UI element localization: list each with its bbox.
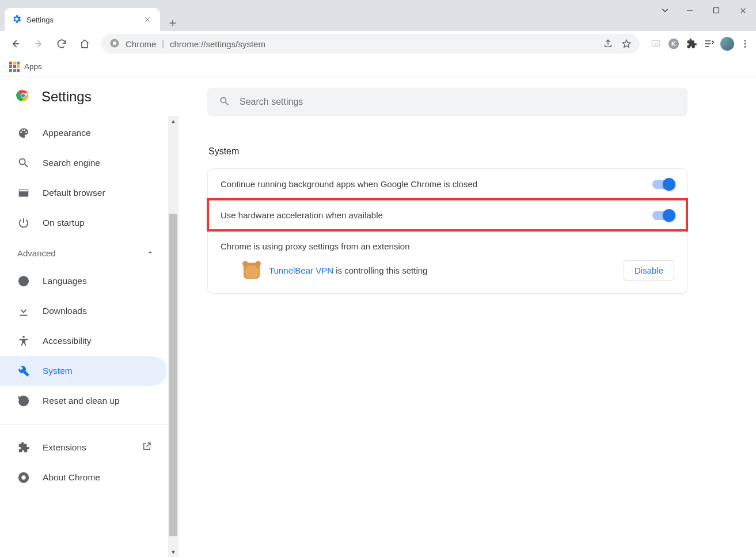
search-icon — [17, 157, 30, 169]
omnibox-url: chrome://settings/system — [170, 39, 265, 49]
power-icon — [17, 217, 30, 229]
bookmark-apps[interactable]: Apps — [24, 62, 42, 71]
main-content: System Continue running background apps … — [178, 77, 756, 557]
window-controls — [677, 0, 756, 21]
toggle-hardware-acceleration[interactable] — [652, 211, 674, 220]
download-icon — [17, 305, 30, 317]
svg-text:K: K — [671, 40, 676, 47]
nav-label: Accessibility — [43, 336, 91, 346]
svg-point-7 — [744, 43, 746, 45]
row-proxy: Chrome is using proxy settings from an e… — [208, 230, 687, 293]
tab-title: Settings — [26, 16, 138, 24]
sidebar-item-languages[interactable]: Languages — [0, 266, 167, 296]
close-window-button[interactable] — [730, 0, 756, 21]
sidebar-item-accessibility[interactable]: Accessibility — [0, 326, 167, 356]
scroll-up-icon[interactable]: ▲ — [168, 116, 178, 126]
tab-settings[interactable]: Settings — [5, 8, 160, 31]
restore-icon — [17, 395, 30, 407]
svg-point-6 — [744, 40, 746, 41]
svg-point-13 — [22, 336, 25, 338]
apps-grid-icon[interactable] — [9, 62, 20, 72]
nav-label: Reset and clean up — [43, 396, 120, 406]
svg-rect-0 — [714, 8, 719, 13]
row-background-apps[interactable]: Continue running background apps when Go… — [208, 169, 687, 199]
proxy-suffix: is controlling this setting — [333, 266, 427, 275]
tunnelbear-icon — [244, 263, 260, 279]
search-input[interactable] — [240, 97, 676, 107]
sidebar-item-search-engine[interactable]: Search engine — [0, 148, 167, 178]
profile-avatar[interactable] — [720, 37, 734, 51]
reload-button[interactable] — [52, 34, 71, 54]
chrome-icon — [109, 38, 120, 50]
k-extension-icon[interactable]: K — [667, 37, 680, 50]
search-icon — [219, 96, 230, 109]
chrome-logo-icon — [15, 88, 31, 105]
row-label: Continue running background apps when Go… — [221, 179, 644, 189]
reading-list-icon[interactable] — [703, 38, 715, 50]
svg-point-15 — [21, 475, 25, 479]
svg-point-2 — [113, 41, 116, 44]
sidebar-item-about[interactable]: About Chrome — [0, 463, 167, 492]
sidebar-advanced-toggle[interactable]: Advanced — [0, 238, 178, 266]
menu-icon[interactable] — [740, 39, 750, 49]
disable-button[interactable]: Disable — [624, 260, 674, 281]
sidebar-item-default-browser[interactable]: Default browser — [0, 178, 167, 208]
extensions-icon[interactable] — [686, 38, 697, 50]
globe-icon — [17, 275, 30, 287]
nav-label: Downloads — [43, 306, 87, 316]
proxy-extension-link[interactable]: TunnelBear VPN — [269, 266, 333, 275]
home-button[interactable] — [75, 34, 94, 54]
puzzle-icon — [17, 441, 30, 454]
sidebar-scroll[interactable]: Appearance Search engine Default browser… — [0, 116, 178, 557]
palette-icon — [17, 127, 30, 139]
tabstrip: Settings — [0, 0, 654, 31]
sidebar-item-downloads[interactable]: Downloads — [0, 296, 167, 326]
sidebar-item-system[interactable]: System — [0, 356, 167, 386]
nav-label: Languages — [43, 276, 87, 286]
omnibox-separator: | — [162, 39, 164, 48]
sidebar-scrollbar[interactable]: ▲ ▼ — [168, 116, 178, 557]
omnibox[interactable]: Chrome | chrome://settings/system — [101, 34, 640, 54]
sidebar-header: Settings — [0, 77, 178, 116]
minimize-button[interactable] — [677, 0, 703, 21]
bookmarks-bar: Apps — [0, 56, 756, 77]
titlebar: Settings — [0, 0, 756, 31]
gear-icon — [12, 14, 22, 26]
settings-search[interactable] — [207, 88, 687, 116]
sidebar-item-appearance[interactable]: Appearance — [0, 118, 167, 148]
nav-label: Search engine — [43, 158, 100, 168]
svg-point-8 — [744, 46, 746, 48]
scrollbar-thumb[interactable] — [169, 214, 177, 536]
close-icon[interactable] — [143, 15, 152, 24]
star-icon[interactable] — [621, 39, 632, 49]
nav-label: Appearance — [43, 128, 91, 138]
forward-button[interactable] — [29, 34, 48, 54]
share-icon[interactable] — [603, 39, 613, 49]
sidebar-item-extensions[interactable]: Extensions — [0, 433, 178, 463]
scroll-down-icon[interactable]: ▼ — [168, 547, 178, 557]
toolbar: Chrome | chrome://settings/system K — [0, 31, 756, 56]
toggle-background-apps[interactable] — [652, 180, 674, 189]
sidebar-item-on-startup[interactable]: On startup — [0, 208, 167, 238]
browser-icon — [17, 187, 30, 199]
system-card: Continue running background apps when Go… — [207, 168, 687, 294]
chevron-up-icon — [146, 248, 154, 258]
row-hardware-acceleration[interactable]: Use hardware acceleration when available — [208, 199, 687, 230]
nav-label: Default browser — [43, 188, 105, 198]
sidebar-title: Settings — [41, 89, 92, 105]
nav-label: System — [43, 366, 73, 376]
back-button[interactable] — [6, 34, 25, 54]
content: Settings Appearance Search engine Defaul… — [0, 77, 756, 557]
section-title: System — [208, 146, 721, 157]
nav-label: About Chrome — [43, 472, 100, 483]
maximize-button[interactable] — [703, 0, 730, 21]
sidebar-item-reset[interactable]: Reset and clean up — [0, 386, 167, 416]
accessibility-icon — [17, 335, 30, 347]
tab-search-button[interactable] — [654, 0, 677, 21]
sidebar-separator — [0, 424, 178, 425]
advanced-label: Advanced — [17, 248, 56, 258]
pocket-icon[interactable] — [650, 38, 662, 50]
new-tab-button[interactable] — [165, 15, 181, 31]
row-label: Use hardware acceleration when available — [221, 210, 644, 220]
sidebar: Settings Appearance Search engine Defaul… — [0, 77, 178, 557]
